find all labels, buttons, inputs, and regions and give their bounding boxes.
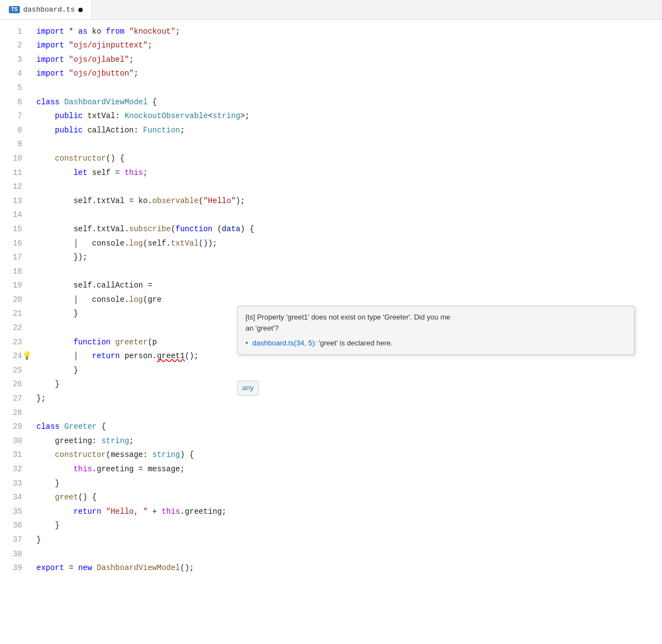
code-line-35: return "Hello, " + this.greeting; bbox=[36, 504, 653, 519]
ln-7: 7 bbox=[6, 109, 22, 124]
code-line-31: constructor(message: string) { bbox=[36, 448, 653, 462]
code-line-32: this.greeting = message; bbox=[36, 462, 653, 476]
code-line-34: greet() { bbox=[36, 491, 653, 505]
tooltip-reference-item: • dashboard.ts(34, 5): 'greet' is declar… bbox=[245, 338, 626, 349]
code-line-10: constructor() { bbox=[36, 151, 653, 166]
editor-container: TS dashboard.ts 1 2 3 4 5 6 7 8 9 10 11 … bbox=[0, 0, 662, 644]
ln-31: 31 bbox=[6, 448, 22, 462]
code-line-2: import "ojs/ojinputtext"; bbox=[36, 39, 653, 53]
ln-4: 4 bbox=[6, 67, 22, 81]
ln-19: 19 bbox=[6, 279, 22, 293]
ln-13: 13 bbox=[6, 194, 22, 208]
code-line-19: self.callAction = bbox=[36, 279, 653, 293]
code-line-20: │ console.log(gre bbox=[36, 292, 653, 307]
ln-28: 28 bbox=[6, 406, 22, 420]
code-line-39: export = new DashboardViewModel(); bbox=[36, 561, 653, 576]
ln-12: 12 bbox=[6, 180, 22, 194]
code-line-7: public txtVal: KnockoutObservable<string… bbox=[36, 109, 653, 124]
code-line-9 bbox=[36, 137, 653, 152]
ln-10: 10 bbox=[6, 151, 22, 166]
ln-21: 21 bbox=[6, 307, 22, 321]
code-area: 1 2 3 4 5 6 7 8 9 10 11 12 13 14 15 16 1… bbox=[0, 20, 662, 644]
code-line-37: } bbox=[36, 533, 653, 547]
tooltip-file-link[interactable]: dashboard.ts(34, 5): bbox=[253, 339, 317, 347]
ln-14: 14 bbox=[6, 208, 22, 222]
ln-33: 33 bbox=[6, 476, 22, 491]
tooltip-bullet: • bbox=[245, 338, 248, 349]
code-line-17: }); bbox=[36, 251, 653, 265]
code-line-8: public callAction: Function; bbox=[36, 123, 653, 137]
tab-bar: TS dashboard.ts bbox=[0, 0, 662, 20]
code-line-29: class Greeter { bbox=[36, 420, 653, 434]
code-line-1: import * as ko from "knockout"; bbox=[36, 24, 653, 39]
code-line-28 bbox=[36, 406, 653, 420]
ln-24: 24 bbox=[6, 349, 22, 364]
ln-8: 8 bbox=[6, 123, 22, 137]
ln-1: 1 bbox=[6, 24, 22, 39]
ln-9: 9 bbox=[6, 137, 22, 152]
code-line-12 bbox=[36, 180, 653, 194]
code-line-30: greeting: string; bbox=[36, 434, 653, 448]
tooltip-link-suffix: 'greet' is declared here. bbox=[319, 339, 393, 347]
ln-20: 20 bbox=[6, 292, 22, 307]
any-type-label: any bbox=[237, 381, 259, 396]
ln-29: 29 bbox=[6, 420, 22, 434]
code-line-36: } bbox=[36, 519, 653, 533]
ln-2: 2 bbox=[6, 39, 22, 53]
code-line-11: let self = this; bbox=[36, 166, 653, 180]
lightbulb-icon[interactable]: 💡 bbox=[22, 350, 31, 362]
ln-34: 34 bbox=[6, 491, 22, 505]
ln-16: 16 bbox=[6, 236, 22, 251]
ln-36: 36 bbox=[6, 519, 22, 533]
code-line-33: } bbox=[36, 476, 653, 491]
code-line-4: import "ojs/ojbutton"; bbox=[36, 67, 653, 81]
code-line-5 bbox=[36, 81, 653, 95]
ln-3: 3 bbox=[6, 52, 22, 67]
code-line-16: │ console.log(self.txtVal()); bbox=[36, 236, 653, 251]
code-line-13: self.txtVal = ko.observable("Hello"); bbox=[36, 194, 653, 208]
code-line-25: } bbox=[36, 363, 653, 377]
tooltip-main-text: [ts] Property 'greet1' does not exist on… bbox=[245, 312, 626, 333]
code-line-18 bbox=[36, 264, 653, 279]
code-line-26: } bbox=[36, 377, 653, 392]
ln-35: 35 bbox=[6, 504, 22, 519]
code-line-6: class DashboardViewModel { bbox=[36, 95, 653, 109]
ln-38: 38 bbox=[6, 547, 22, 561]
ln-37: 37 bbox=[6, 533, 22, 547]
ln-30: 30 bbox=[6, 434, 22, 448]
ln-23: 23 bbox=[6, 335, 22, 349]
error-tooltip: [ts] Property 'greet1' does not exist on… bbox=[237, 306, 634, 355]
code-line-3: import "ojs/ojlabel"; bbox=[36, 52, 653, 67]
line-numbers: 1 2 3 4 5 6 7 8 9 10 11 12 13 14 15 16 1… bbox=[0, 24, 28, 640]
code-line-14 bbox=[36, 208, 653, 222]
ln-22: 22 bbox=[6, 321, 22, 335]
ln-5: 5 bbox=[6, 81, 22, 95]
ln-18: 18 bbox=[6, 264, 22, 279]
code-line-15: self.txtVal.subscribe(function (data) { bbox=[36, 222, 653, 236]
tooltip-error-text: [ts] Property 'greet1' does not exist on… bbox=[245, 313, 450, 321]
code-line-27: }; bbox=[36, 391, 653, 406]
ln-15: 15 bbox=[6, 222, 22, 236]
ln-39: 39 bbox=[6, 561, 22, 576]
ln-17: 17 bbox=[6, 251, 22, 265]
ln-11: 11 bbox=[6, 166, 22, 180]
ln-25: 25 bbox=[6, 363, 22, 377]
ts-badge: TS bbox=[9, 6, 20, 13]
code-line-38 bbox=[36, 547, 653, 561]
tooltip-error-text2: an 'greet'? bbox=[245, 324, 279, 332]
editor-tab[interactable]: TS dashboard.ts bbox=[0, 0, 92, 19]
code-content[interactable]: import * as ko from "knockout"; import "… bbox=[28, 24, 662, 640]
ln-6: 6 bbox=[6, 95, 22, 109]
tab-filename: dashboard.ts bbox=[23, 6, 75, 14]
modified-indicator bbox=[78, 8, 83, 12]
ln-32: 32 bbox=[6, 462, 22, 476]
ln-27: 27 bbox=[6, 391, 22, 406]
ln-26: 26 bbox=[6, 377, 22, 392]
